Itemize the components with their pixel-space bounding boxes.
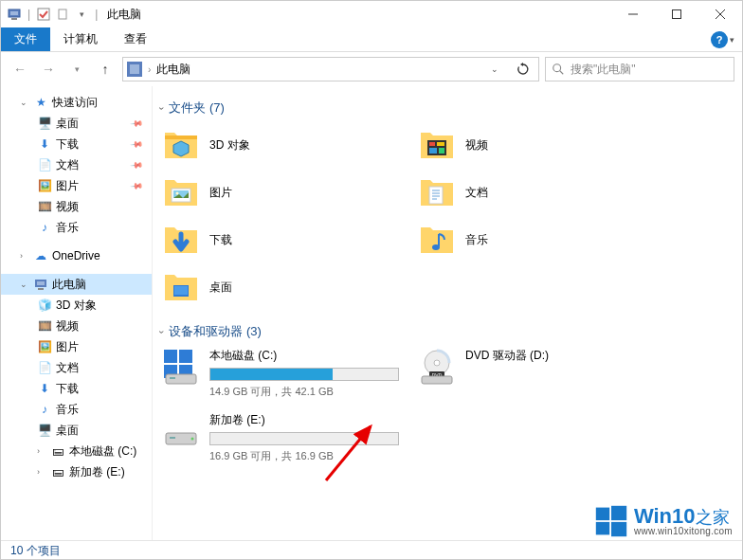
tree-pc-videos[interactable]: 🎞️视频 (1, 316, 152, 336)
svg-rect-2 (11, 18, 17, 20)
status-bar: 10 个项目 (1, 540, 742, 560)
folder-icon (162, 126, 200, 164)
tree-pc-music[interactable]: ♪音乐 (1, 399, 152, 420)
drive-e[interactable]: 新加卷 (E:) 16.9 GB 可用，共 16.9 GB (160, 410, 407, 465)
folder-pictures[interactable]: 图片 (160, 170, 407, 215)
svg-point-22 (176, 192, 179, 195)
qat: | ▾ | (7, 7, 100, 22)
group-folders-header[interactable]: › 文件夹 (7) (160, 99, 742, 117)
chevron-right-icon: › (37, 446, 46, 456)
this-pc-icon (127, 62, 142, 77)
tree-pc-3d[interactable]: 🧊3D 对象 (1, 295, 152, 316)
folder-3d-objects[interactable]: 3D 对象 (160, 122, 407, 168)
ribbon-tab-file[interactable]: 文件 (1, 27, 50, 51)
tree-quick-access[interactable]: ⌄ ★ 快速访问 (1, 92, 152, 113)
tree-pc-drive-c[interactable]: ›🖴本地磁盘 (C:) (1, 441, 152, 461)
tree-qa-music[interactable]: ♪音乐 (1, 217, 152, 238)
nav-up-button[interactable]: ↑ (94, 58, 117, 81)
chevron-down-icon: › (156, 106, 167, 109)
window-title: 此电脑 (107, 7, 141, 23)
cloud-icon: ☁ (33, 248, 48, 263)
svg-rect-23 (429, 187, 443, 204)
nav-pane: ⌄ ★ 快速访问 🖥️桌面 ⬇下载 📄文档 🖼️图片 🎞️视频 ♪音乐 › ☁ … (1, 86, 153, 540)
group-folders-title: 文件夹 (7) (169, 99, 225, 117)
drive-icon: 🖴 (50, 443, 65, 459)
folder-icon (162, 268, 200, 306)
drive-icon: 🖴 (50, 464, 65, 479)
dvd-icon: DVD (418, 348, 456, 386)
svg-point-44 (191, 438, 194, 441)
address-dropdown-button[interactable]: ⌄ (483, 58, 506, 81)
tree-onedrive[interactable]: › ☁ OneDrive (1, 245, 152, 266)
minimize-button[interactable] (611, 1, 655, 27)
svg-rect-32 (179, 350, 192, 363)
folder-music[interactable]: 音乐 (416, 217, 662, 262)
picture-icon: 🖼️ (37, 339, 52, 354)
tree-pc-downloads[interactable]: ⬇下载 (1, 378, 152, 399)
tree-qa-desktop[interactable]: 🖥️桌面 (1, 113, 152, 134)
qat-caret-icon[interactable]: ▾ (74, 7, 89, 22)
search-placeholder: 搜索"此电脑" (571, 62, 636, 78)
maximize-button[interactable] (655, 1, 698, 27)
group-drives-title: 设备和驱动器 (3) (169, 323, 262, 340)
folder-icon (162, 221, 200, 259)
nav-recent-button[interactable]: ▾ (65, 58, 88, 81)
svg-rect-16 (429, 142, 435, 146)
tree-pc-pictures[interactable]: 🖼️图片 (1, 336, 152, 357)
svg-marker-14 (173, 141, 189, 156)
nav-back-button[interactable]: ← (9, 58, 31, 81)
document-icon: 📄 (37, 157, 52, 172)
address-bar[interactable]: › 此电脑 ⌄ (122, 57, 539, 81)
ribbon-tab-computer[interactable]: 计算机 (50, 27, 111, 51)
tree-qa-downloads[interactable]: ⬇下载 (1, 134, 152, 154)
svg-rect-46 (596, 508, 609, 521)
chevron-right-icon: › (20, 251, 29, 261)
picture-icon: 🖼️ (37, 178, 52, 193)
refresh-button[interactable] (512, 58, 535, 81)
desktop-icon: 🖥️ (37, 116, 52, 131)
tree-qa-documents[interactable]: 📄文档 (1, 154, 152, 175)
svg-rect-48 (596, 522, 609, 535)
search-input[interactable]: 搜索"此电脑" (545, 57, 734, 81)
chevron-down-icon: ⌄ (20, 280, 29, 289)
tree-this-pc[interactable]: ⌄ 此电脑 (1, 274, 152, 295)
close-button[interactable] (698, 1, 742, 27)
svg-rect-41 (422, 376, 452, 384)
checkbox-icon[interactable] (36, 7, 51, 22)
doc-icon[interactable] (55, 7, 70, 22)
drive-usage-bar (209, 368, 399, 381)
window-controls (611, 1, 742, 27)
qat-separator: | (95, 8, 98, 21)
folder-videos[interactable]: 视频 (416, 122, 662, 168)
tree-pc-documents[interactable]: 📄文档 (1, 357, 152, 378)
drive-c[interactable]: 本地磁盘 (C:) 14.9 GB 可用，共 42.1 GB (160, 346, 407, 401)
tree-qa-pictures[interactable]: 🖼️图片 (1, 175, 152, 196)
svg-rect-6 (673, 10, 681, 19)
folder-icon (418, 126, 456, 164)
nav-forward-button[interactable]: → (37, 58, 60, 81)
svg-rect-18 (429, 148, 437, 154)
drive-dvd[interactable]: DVD DVD 驱动器 (D:) (416, 346, 662, 401)
document-icon: 📄 (37, 360, 52, 375)
tree-pc-desktop[interactable]: 🖥️桌面 (1, 420, 152, 441)
tree-pc-drive-e[interactable]: ›🖴新加卷 (E:) (1, 461, 152, 482)
chevron-right-icon: › (37, 467, 46, 477)
main: ⌄ ★ 快速访问 🖥️桌面 ⬇下载 📄文档 🖼️图片 🎞️视频 ♪音乐 › ☁ … (1, 86, 742, 540)
folder-downloads[interactable]: 下载 (160, 217, 407, 262)
address-path: 此电脑 (156, 62, 190, 78)
titlebar: | ▾ | 此电脑 (1, 1, 742, 27)
folders-grid: 3D 对象 视频 图片 文档 下载 音乐 (160, 122, 742, 310)
tree-qa-videos[interactable]: 🎞️视频 (1, 196, 152, 217)
folder-documents[interactable]: 文档 (416, 170, 662, 215)
svg-rect-49 (611, 522, 626, 536)
ribbon-tab-view[interactable]: 查看 (111, 27, 160, 51)
video-icon: 🎞️ (37, 199, 52, 214)
address-row: ← → ▾ ↑ › 此电脑 ⌄ 搜索"此电脑" (1, 52, 742, 86)
desktop-icon: 🖥️ (37, 423, 52, 438)
folder-desktop[interactable]: 桌面 (160, 264, 407, 310)
svg-rect-43 (170, 437, 175, 439)
drives-grid: 本地磁盘 (C:) 14.9 GB 可用，共 42.1 GB DVD DVD 驱… (160, 346, 742, 465)
ribbon-help[interactable]: ? ▾ (711, 27, 734, 52)
svg-rect-36 (170, 377, 175, 379)
group-drives-header[interactable]: › 设备和驱动器 (3) (160, 323, 742, 340)
